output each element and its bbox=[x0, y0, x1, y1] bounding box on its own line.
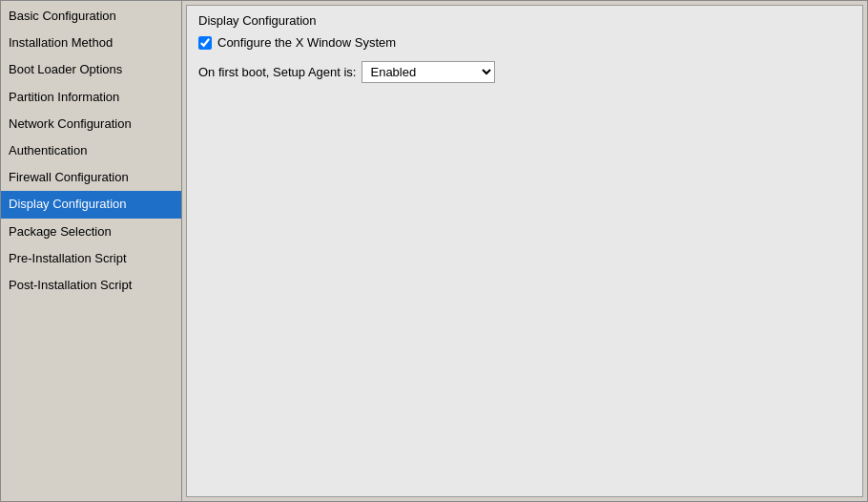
main-container: Basic ConfigurationInstallation MethodBo… bbox=[0, 0, 868, 502]
configure-x-checkbox[interactable] bbox=[198, 36, 212, 50]
sidebar-item-boot-loader-options[interactable]: Boot Loader Options bbox=[1, 56, 181, 83]
sidebar-item-display-configuration[interactable]: Display Configuration bbox=[1, 191, 181, 218]
sidebar-item-pre-installation-script[interactable]: Pre-Installation Script bbox=[1, 245, 181, 272]
sidebar-item-firewall-configuration[interactable]: Firewall Configuration bbox=[1, 164, 181, 191]
sidebar-item-network-configuration[interactable]: Network Configuration bbox=[1, 111, 181, 137]
sidebar-item-basic-configuration[interactable]: Basic Configuration bbox=[1, 3, 181, 30]
configure-x-row: Configure the X Window System bbox=[198, 35, 851, 50]
sidebar-item-partition-information[interactable]: Partition Information bbox=[1, 84, 181, 111]
sidebar: Basic ConfigurationInstallation MethodBo… bbox=[1, 1, 182, 501]
setup-agent-row: On first boot, Setup Agent is: EnabledDi… bbox=[198, 61, 851, 83]
sidebar-item-package-selection[interactable]: Package Selection bbox=[1, 219, 181, 245]
content-title: Display Configuration bbox=[198, 13, 851, 28]
sidebar-item-post-installation-script[interactable]: Post-Installation Script bbox=[1, 272, 181, 299]
sidebar-item-authentication[interactable]: Authentication bbox=[1, 137, 181, 164]
setup-agent-label: On first boot, Setup Agent is: bbox=[198, 65, 356, 79]
content-body: Configure the X Window System On first b… bbox=[198, 35, 851, 83]
sidebar-item-installation-method[interactable]: Installation Method bbox=[1, 30, 181, 56]
content-area: Display Configuration Configure the X Wi… bbox=[186, 5, 863, 497]
setup-agent-select[interactable]: EnabledDisabled bbox=[362, 61, 495, 83]
configure-x-label: Configure the X Window System bbox=[217, 35, 396, 50]
